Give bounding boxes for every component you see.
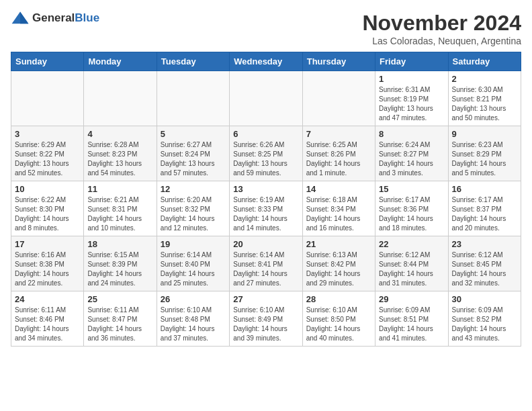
- day-number: 9: [452, 129, 517, 139]
- day-info: Sunrise: 6:28 AM Sunset: 8:23 PM Dayligh…: [87, 140, 152, 178]
- calendar-cell: 11Sunrise: 6:21 AM Sunset: 8:31 PM Dayli…: [84, 181, 157, 236]
- day-number: 24: [15, 294, 80, 304]
- day-number: 29: [379, 294, 444, 304]
- calendar-cell: 5Sunrise: 6:27 AM Sunset: 8:24 PM Daylig…: [157, 126, 229, 181]
- day-info: Sunrise: 6:10 AM Sunset: 8:49 PM Dayligh…: [233, 306, 298, 343]
- day-number: 16: [452, 184, 517, 194]
- page-header: GeneralBlue November 2024 Las Coloradas,…: [11, 11, 521, 46]
- day-info: Sunrise: 6:22 AM Sunset: 8:30 PM Dayligh…: [15, 195, 80, 233]
- day-number: 17: [15, 239, 80, 249]
- day-number: 30: [452, 294, 517, 304]
- calendar-week-5: 24Sunrise: 6:11 AM Sunset: 8:46 PM Dayli…: [11, 291, 521, 347]
- calendar-cell: 26Sunrise: 6:10 AM Sunset: 8:48 PM Dayli…: [157, 291, 229, 347]
- calendar-cell: 24Sunrise: 6:11 AM Sunset: 8:46 PM Dayli…: [11, 291, 84, 347]
- day-number: 5: [161, 129, 226, 139]
- day-number: 15: [379, 184, 444, 194]
- day-info: Sunrise: 6:12 AM Sunset: 8:45 PM Dayligh…: [452, 250, 517, 288]
- day-number: 4: [87, 129, 152, 139]
- location-title: Las Coloradas, Neuquen, Argentina: [362, 36, 521, 46]
- calendar-cell: 13Sunrise: 6:19 AM Sunset: 8:33 PM Dayli…: [230, 181, 302, 236]
- day-info: Sunrise: 6:11 AM Sunset: 8:46 PM Dayligh…: [15, 306, 80, 343]
- day-info: Sunrise: 6:26 AM Sunset: 8:25 PM Dayligh…: [233, 140, 298, 178]
- day-number: 2: [452, 74, 517, 84]
- day-info: Sunrise: 6:10 AM Sunset: 8:48 PM Dayligh…: [161, 306, 226, 343]
- calendar-week-4: 17Sunrise: 6:16 AM Sunset: 8:38 PM Dayli…: [11, 236, 521, 291]
- col-saturday: Saturday: [448, 52, 521, 71]
- calendar-cell: [230, 71, 302, 126]
- day-number: 18: [87, 239, 152, 249]
- day-info: Sunrise: 6:25 AM Sunset: 8:26 PM Dayligh…: [306, 140, 371, 178]
- day-number: 10: [15, 184, 80, 194]
- calendar-cell: 29Sunrise: 6:09 AM Sunset: 8:51 PM Dayli…: [375, 291, 448, 347]
- day-info: Sunrise: 6:14 AM Sunset: 8:40 PM Dayligh…: [161, 250, 226, 288]
- calendar-cell: 23Sunrise: 6:12 AM Sunset: 8:45 PM Dayli…: [448, 236, 521, 291]
- col-thursday: Thursday: [302, 52, 375, 71]
- day-number: 8: [379, 129, 444, 139]
- day-info: Sunrise: 6:17 AM Sunset: 8:37 PM Dayligh…: [452, 195, 517, 233]
- day-number: 13: [233, 184, 298, 194]
- logo-icon: [11, 11, 30, 26]
- col-wednesday: Wednesday: [230, 52, 302, 71]
- day-number: 1: [379, 74, 444, 84]
- logo-general: General: [32, 11, 75, 24]
- day-number: 6: [233, 129, 298, 139]
- calendar-cell: 25Sunrise: 6:11 AM Sunset: 8:47 PM Dayli…: [84, 291, 157, 347]
- calendar-table: Sunday Monday Tuesday Wednesday Thursday…: [11, 52, 521, 347]
- col-friday: Friday: [375, 52, 448, 71]
- calendar-cell: 21Sunrise: 6:13 AM Sunset: 8:42 PM Dayli…: [302, 236, 375, 291]
- day-number: 3: [15, 129, 80, 139]
- day-info: Sunrise: 6:09 AM Sunset: 8:52 PM Dayligh…: [452, 306, 517, 343]
- day-number: 26: [161, 294, 226, 304]
- svg-marker-1: [20, 11, 28, 24]
- calendar-week-2: 3Sunrise: 6:29 AM Sunset: 8:22 PM Daylig…: [11, 126, 521, 181]
- day-number: 22: [379, 239, 444, 249]
- day-number: 20: [233, 239, 298, 249]
- day-info: Sunrise: 6:12 AM Sunset: 8:44 PM Dayligh…: [379, 250, 444, 288]
- day-info: Sunrise: 6:11 AM Sunset: 8:47 PM Dayligh…: [87, 306, 152, 343]
- day-info: Sunrise: 6:13 AM Sunset: 8:42 PM Dayligh…: [306, 250, 371, 288]
- day-number: 12: [161, 184, 226, 194]
- day-info: Sunrise: 6:19 AM Sunset: 8:33 PM Dayligh…: [233, 195, 298, 233]
- calendar-cell: 18Sunrise: 6:15 AM Sunset: 8:39 PM Dayli…: [84, 236, 157, 291]
- header-row: Sunday Monday Tuesday Wednesday Thursday…: [11, 52, 521, 71]
- calendar-cell: [84, 71, 157, 126]
- day-info: Sunrise: 6:18 AM Sunset: 8:34 PM Dayligh…: [306, 195, 371, 233]
- calendar-cell: 1Sunrise: 6:31 AM Sunset: 8:19 PM Daylig…: [375, 71, 448, 126]
- calendar-cell: 17Sunrise: 6:16 AM Sunset: 8:38 PM Dayli…: [11, 236, 84, 291]
- day-number: 19: [161, 239, 226, 249]
- logo: GeneralBlue: [11, 11, 99, 26]
- calendar-week-3: 10Sunrise: 6:22 AM Sunset: 8:30 PM Dayli…: [11, 181, 521, 236]
- day-info: Sunrise: 6:23 AM Sunset: 8:29 PM Dayligh…: [452, 140, 517, 178]
- calendar-cell: 3Sunrise: 6:29 AM Sunset: 8:22 PM Daylig…: [11, 126, 84, 181]
- day-number: 28: [306, 294, 371, 304]
- day-info: Sunrise: 6:17 AM Sunset: 8:36 PM Dayligh…: [379, 195, 444, 233]
- day-info: Sunrise: 6:21 AM Sunset: 8:31 PM Dayligh…: [87, 195, 152, 233]
- day-info: Sunrise: 6:15 AM Sunset: 8:39 PM Dayligh…: [87, 250, 152, 288]
- calendar-cell: 27Sunrise: 6:10 AM Sunset: 8:49 PM Dayli…: [230, 291, 302, 347]
- calendar-cell: 8Sunrise: 6:24 AM Sunset: 8:27 PM Daylig…: [375, 126, 448, 181]
- day-info: Sunrise: 6:09 AM Sunset: 8:51 PM Dayligh…: [379, 306, 444, 343]
- calendar-cell: [302, 71, 375, 126]
- day-info: Sunrise: 6:10 AM Sunset: 8:50 PM Dayligh…: [306, 306, 371, 343]
- day-number: 21: [306, 239, 371, 249]
- day-info: Sunrise: 6:27 AM Sunset: 8:24 PM Dayligh…: [161, 140, 226, 178]
- day-info: Sunrise: 6:30 AM Sunset: 8:21 PM Dayligh…: [452, 85, 517, 123]
- calendar-cell: 15Sunrise: 6:17 AM Sunset: 8:36 PM Dayli…: [375, 181, 448, 236]
- day-info: Sunrise: 6:24 AM Sunset: 8:27 PM Dayligh…: [379, 140, 444, 178]
- logo-blue: Blue: [75, 11, 99, 24]
- day-number: 11: [87, 184, 152, 194]
- calendar-cell: 20Sunrise: 6:14 AM Sunset: 8:41 PM Dayli…: [230, 236, 302, 291]
- calendar-cell: 6Sunrise: 6:26 AM Sunset: 8:25 PM Daylig…: [230, 126, 302, 181]
- calendar-cell: 9Sunrise: 6:23 AM Sunset: 8:29 PM Daylig…: [448, 126, 521, 181]
- col-monday: Monday: [84, 52, 157, 71]
- calendar-cell: 14Sunrise: 6:18 AM Sunset: 8:34 PM Dayli…: [302, 181, 375, 236]
- calendar-cell: 4Sunrise: 6:28 AM Sunset: 8:23 PM Daylig…: [84, 126, 157, 181]
- title-section: November 2024 Las Coloradas, Neuquen, Ar…: [362, 11, 521, 46]
- day-number: 7: [306, 129, 371, 139]
- calendar-cell: 12Sunrise: 6:20 AM Sunset: 8:32 PM Dayli…: [157, 181, 229, 236]
- calendar-cell: 2Sunrise: 6:30 AM Sunset: 8:21 PM Daylig…: [448, 71, 521, 126]
- day-number: 25: [87, 294, 152, 304]
- day-info: Sunrise: 6:14 AM Sunset: 8:41 PM Dayligh…: [233, 250, 298, 288]
- month-title: November 2024: [362, 11, 521, 36]
- day-info: Sunrise: 6:16 AM Sunset: 8:38 PM Dayligh…: [15, 250, 80, 288]
